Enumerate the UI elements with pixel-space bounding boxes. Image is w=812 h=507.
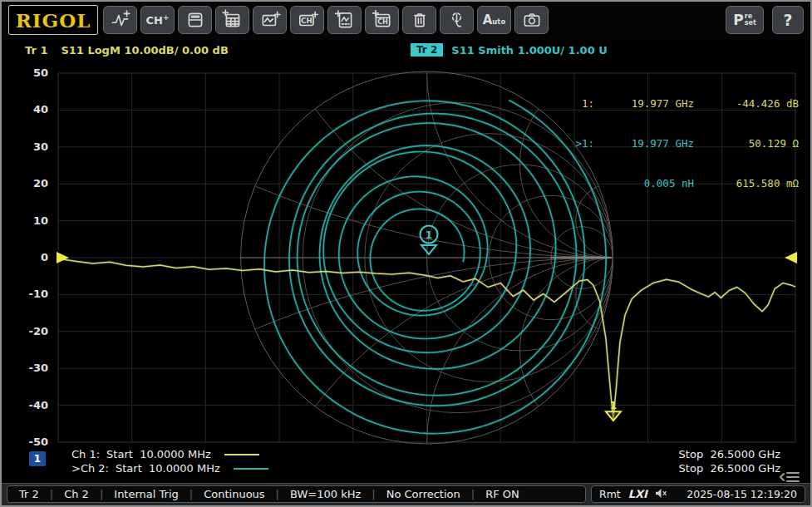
y-tick-label: -40 <box>2 399 48 412</box>
preset-label-big: P <box>733 12 743 28</box>
channel1-start: Start 10.0000 MHz <box>106 448 211 460</box>
marker-inductance: 0.005 nH <box>594 177 694 190</box>
datetime: 2025-08-15 12:19:20 <box>687 488 797 500</box>
marker-reactance: 615.580 mΩ <box>694 177 799 190</box>
add-trace-icon[interactable] <box>103 6 137 34</box>
trace2-marker-triangle <box>421 245 436 254</box>
separator: | <box>189 488 193 500</box>
marker-value: 50.129 Ω <box>694 137 799 150</box>
toolbar: RIGOL CH+CHCHAuto P re set ? <box>2 2 810 40</box>
channel2-start: Start 10.0000 MHz <box>116 462 220 475</box>
trace2-badge[interactable]: Tr 2 <box>411 43 443 57</box>
status-item[interactable]: Internal Trig <box>114 488 178 500</box>
marker-freq: 19.977 GHz <box>594 97 694 111</box>
vna-screen: RIGOL CH+CHCHAuto P re set ? Tr 1 S11 Lo… <box>0 0 812 507</box>
autoscale-icon[interactable]: Auto <box>477 6 511 34</box>
marker-readout: 1: 19.977 GHz -44.426 dB >1: 19.977 GHz … <box>564 71 799 217</box>
channel1-stop: Stop 26.5000 GHz <box>679 448 780 460</box>
marker-freq: 19.977 GHz <box>594 137 694 150</box>
svg-text:CH: CH <box>301 17 312 25</box>
status-item[interactable]: Continuous <box>204 488 264 500</box>
preset-label-small: re set <box>745 13 756 27</box>
svg-text:CH: CH <box>377 17 388 26</box>
y-tick-label: 10 <box>2 214 48 228</box>
preset-button[interactable]: P re set <box>726 6 764 34</box>
status-item[interactable]: Ch 2 <box>64 488 89 500</box>
marker-id: >1: <box>564 137 594 150</box>
marker-row-tr1: 1: 19.977 GHz -44.426 dB <box>564 97 799 111</box>
channel1-label: Ch 1: <box>71 448 100 460</box>
trace1-marker-triangle <box>606 411 621 421</box>
channel-list-icon[interactable]: CH <box>365 6 399 34</box>
window-layout-icon[interactable] <box>178 6 212 34</box>
toolbar-buttons: CH+CHCHAuto <box>103 6 549 34</box>
trace1-settings: S11 LogM 10.00dB/ 0.00 dB <box>61 44 228 57</box>
status-item[interactable]: No Correction <box>386 488 460 500</box>
system-indicators[interactable]: Rmt LXI 2025-08-15 12:19:20 <box>591 485 805 503</box>
marker-id <box>564 177 594 190</box>
y-tick-label: 40 <box>2 103 48 116</box>
add-channel-icon[interactable]: CH+ <box>140 6 175 34</box>
trace2-settings: S11 Smith 1.000U/ 1.00 U <box>451 44 607 57</box>
separator: | <box>471 488 475 500</box>
separator: | <box>50 488 53 500</box>
trace-list-icon[interactable] <box>327 6 362 34</box>
add-trace-window-icon[interactable] <box>253 6 287 34</box>
status-item[interactable]: BW=100 kHz <box>290 488 361 500</box>
touch-icon[interactable] <box>440 6 474 34</box>
trace1-info[interactable]: Tr 1 S11 LogM 10.00dB/ 0.00 dB <box>25 44 229 57</box>
screenshot-icon[interactable] <box>514 6 549 34</box>
channel2-info[interactable]: >Ch 2: Start 10.0000 MHz <box>71 462 268 475</box>
remote-indicator: Rmt <box>599 488 621 500</box>
channel2-label: >Ch 2: <box>71 462 109 475</box>
y-tick-label: -20 <box>2 325 48 338</box>
channel2-stop: Stop 26.5000 GHz <box>679 462 780 475</box>
measurement-table-icon[interactable] <box>215 6 249 34</box>
y-tick-label: -50 <box>2 436 48 449</box>
trace2-color-swatch <box>234 468 268 470</box>
marker-row-tr2: >1: 19.977 GHz 50.129 Ω <box>564 137 799 150</box>
add-channel-window-icon[interactable]: CH <box>290 6 324 34</box>
window-number-badge: 1 <box>29 451 46 466</box>
status-bar: Tr 2|Ch 2|Internal Trig|Continuous|BW=10… <box>2 483 810 505</box>
trace2-info[interactable]: Tr 2 S11 Smith 1.000U/ 1.00 U <box>411 43 608 57</box>
channel1-info[interactable]: Ch 1: Start 10.0000 MHz <box>71 448 259 460</box>
ref-level-marker-right <box>785 252 797 263</box>
toolbar-right: P re set ? <box>726 6 804 34</box>
trace1-marker-label: 1 <box>610 400 617 411</box>
y-tick-label: 50 <box>2 66 48 80</box>
y-tick-label: 30 <box>2 140 48 154</box>
status-item[interactable]: Tr 2 <box>19 488 39 500</box>
rigol-logo: RIGOL <box>8 5 98 35</box>
ref-level-marker-left <box>57 252 69 263</box>
help-button[interactable]: ? <box>772 6 804 34</box>
y-tick-label: -30 <box>2 362 48 375</box>
marker-id: 1: <box>564 97 594 111</box>
trace2-marker-label: 1 <box>426 229 432 241</box>
separator: | <box>372 488 375 500</box>
status-item[interactable]: RF ON <box>485 488 519 500</box>
marker-value: -44.426 dB <box>694 97 799 111</box>
trace1-label: Tr 1 <box>25 44 47 57</box>
trace1-color-swatch <box>224 454 259 455</box>
delete-icon[interactable] <box>402 6 436 34</box>
separator: | <box>276 488 279 500</box>
separator: | <box>100 488 103 500</box>
speaker-muted-icon[interactable] <box>655 488 667 501</box>
y-tick-label: 0 <box>2 251 48 264</box>
lxi-logo: LXI <box>628 488 647 500</box>
y-tick-label: -10 <box>2 288 48 301</box>
y-tick-label: 20 <box>2 177 48 190</box>
marker-row-tr2-lx: 0.005 nH 615.580 mΩ <box>564 177 799 190</box>
status-items[interactable]: Tr 2|Ch 2|Internal Trig|Continuous|BW=10… <box>7 485 586 503</box>
